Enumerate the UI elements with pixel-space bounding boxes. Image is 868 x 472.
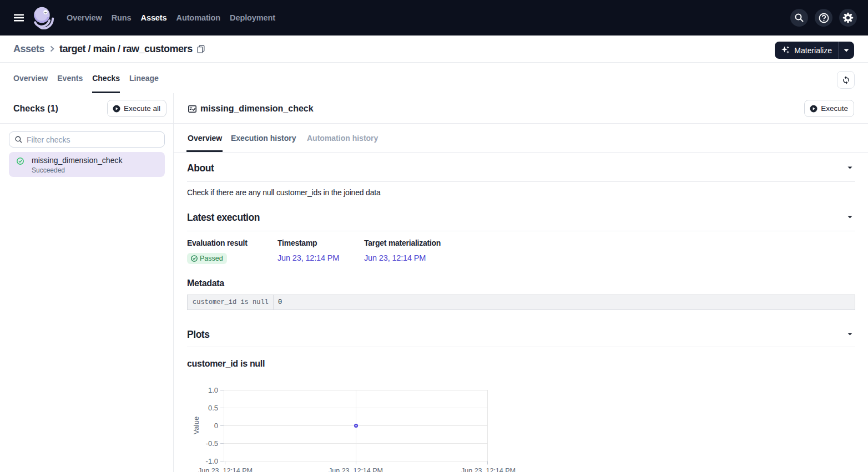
svg-text:-0.5: -0.5 [206,439,218,448]
svg-text:0: 0 [214,422,218,430]
svg-text:1.0: 1.0 [208,386,218,394]
svg-text:-1.0: -1.0 [206,457,218,465]
svg-text:Jun 23, 12:14 PM: Jun 23, 12:14 PM [461,467,516,472]
svg-text:0.5: 0.5 [208,404,218,412]
svg-text:Jun 23, 12:14 PM: Jun 23, 12:14 PM [198,467,253,472]
svg-text:Jun 23, 12:14 PM: Jun 23, 12:14 PM [329,467,383,472]
svg-text:Value: Value [192,417,200,434]
